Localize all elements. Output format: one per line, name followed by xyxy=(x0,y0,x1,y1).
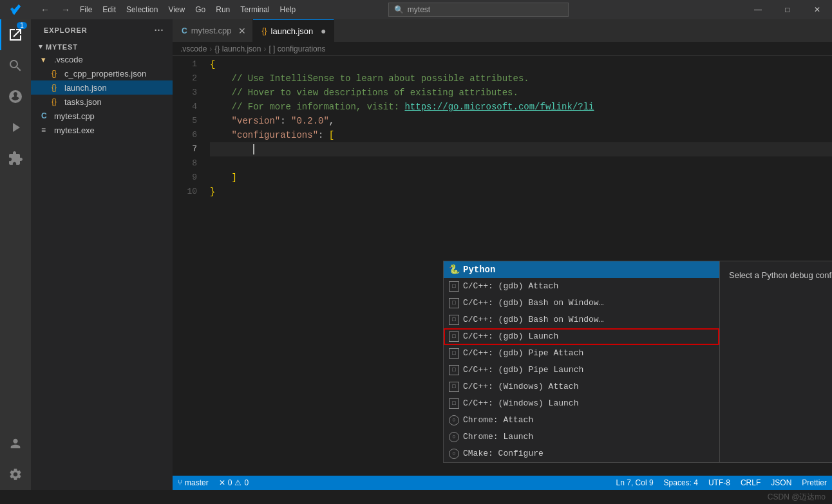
menu-go[interactable]: Go xyxy=(190,0,211,19)
url: https://go.microsoft.com/fwlink/?li xyxy=(404,100,594,114)
autocomplete-item-cmake[interactable]: ○ CMake: Configure xyxy=(444,445,719,462)
title-bar-controls: — □ ✕ xyxy=(743,0,832,19)
app-logo xyxy=(0,3,31,16)
autocomplete-container: 🐍 Python □ C/C++: (gdb) Attach □ C/C++: … xyxy=(443,261,832,463)
status-errors[interactable]: ✕ 0 ⚠ 0 xyxy=(214,476,254,490)
status-line-col[interactable]: Ln 7, Col 9 xyxy=(611,476,659,490)
breadcrumb-launch[interactable]: {} launch.json xyxy=(214,44,261,53)
menu-view[interactable]: View xyxy=(163,0,190,19)
status-branch[interactable]: ⑂ master xyxy=(173,476,214,490)
tab-close-button[interactable]: ✕ xyxy=(237,26,247,36)
tree-label: .vscode xyxy=(54,55,83,64)
sidebar-more-button[interactable]: ··· xyxy=(153,24,165,36)
python-icon: 🐍 xyxy=(449,265,459,275)
maximize-button[interactable]: □ xyxy=(773,0,802,19)
status-encoding[interactable]: UTF-8 xyxy=(703,476,735,490)
tab-close-button[interactable]: ● xyxy=(318,26,328,36)
circle-icon: ○ xyxy=(449,449,459,459)
title-bar-search[interactable]: 🔍 mytest xyxy=(388,3,569,17)
square-icon: □ xyxy=(449,331,459,342)
menu-help[interactable]: Help xyxy=(275,0,301,19)
editor-container: C mytest.cpp ✕ {} launch.json ● .vscode … xyxy=(173,19,832,490)
key: "configurations" xyxy=(232,128,318,142)
section-chevron-icon: ▾ xyxy=(39,42,43,51)
autocomplete-label: C/C++: (gdb) Attach xyxy=(463,279,714,294)
status-eol[interactable]: CRLF xyxy=(735,476,766,490)
autocomplete-item-windows-attach[interactable]: □ C/C++: (Windows) Attach xyxy=(444,378,719,395)
status-eol-label: CRLF xyxy=(741,478,761,487)
autocomplete-item-gdb-pipe-launch[interactable]: □ C/C++: (gdb) Pipe Launch xyxy=(444,362,719,378)
indent xyxy=(210,114,232,128)
brace: { xyxy=(210,57,215,71)
section-label: MYTEST xyxy=(46,43,78,51)
activity-explorer[interactable]: 1 xyxy=(0,19,31,50)
breadcrumb-configurations[interactable]: [ ] configurations xyxy=(269,44,325,53)
menu-selection[interactable]: Selection xyxy=(121,0,163,19)
autocomplete-item-gdb-bash-1[interactable]: □ C/C++: (gdb) Bash on Window… xyxy=(444,295,719,312)
minimize-button[interactable]: — xyxy=(743,0,773,19)
tab-label: launch.json xyxy=(271,26,314,36)
tree-item-mytest-cpp[interactable]: C mytest.cpp xyxy=(31,109,173,123)
sidebar-header: Explorer ··· xyxy=(31,19,173,39)
tab-mytest-cpp[interactable]: C mytest.cpp ✕ xyxy=(173,19,253,42)
brace: } xyxy=(210,185,215,199)
activity-extensions[interactable] xyxy=(0,143,31,174)
status-formatter-label: Prettier xyxy=(802,478,827,487)
menu-edit[interactable]: Edit xyxy=(97,0,121,19)
code-indent xyxy=(210,142,253,156)
sidebar-section-mytest[interactable]: ▾ MYTEST xyxy=(31,39,173,52)
activity-run[interactable] xyxy=(0,112,31,143)
menu-file[interactable]: File xyxy=(75,0,97,19)
autocomplete-item-gdb-attach[interactable]: □ C/C++: (gdb) Attach xyxy=(444,278,719,295)
autocomplete-item-python[interactable]: 🐍 Python xyxy=(444,261,719,278)
colon: : xyxy=(318,128,329,142)
menu-run[interactable]: Run xyxy=(211,0,235,19)
breadcrumb-vscode[interactable]: .vscode xyxy=(180,44,207,53)
title-bar-menus: File Edit Selection View Go Run Terminal… xyxy=(75,0,301,19)
sidebar-title: Explorer xyxy=(44,26,88,34)
sidebar-header-actions: ··· xyxy=(153,24,165,36)
tree-item-c-cpp-properties[interactable]: {} c_cpp_properties.json xyxy=(31,66,173,80)
bracket: ] xyxy=(232,171,237,185)
code-line-9: ] xyxy=(210,171,832,185)
tree-item-mytest-exe[interactable]: ≡ mytest.exe xyxy=(31,123,173,137)
tree-label: c_cpp_properties.json xyxy=(64,69,146,79)
editor-content[interactable]: 1 2 3 4 5 6 7 8 9 10 { // Use IntelliSen… xyxy=(173,56,832,476)
autocomplete-item-windows-launch[interactable]: □ C/C++: (Windows) Launch xyxy=(444,395,719,412)
tree-item-tasks-json[interactable]: {} tasks.json xyxy=(31,95,173,109)
status-language[interactable]: JSON xyxy=(766,476,797,490)
exe-icon: ≡ xyxy=(41,126,54,135)
activity-settings[interactable] xyxy=(0,459,31,490)
menu-terminal[interactable]: Terminal xyxy=(235,0,274,19)
tree-item-vscode[interactable]: ▾ .vscode xyxy=(31,52,173,66)
close-button[interactable]: ✕ xyxy=(802,0,832,19)
tab-launch-json[interactable]: {} launch.json ● xyxy=(253,19,335,42)
tree-label: tasks.json xyxy=(64,97,102,107)
autocomplete-item-chrome-attach[interactable]: ○ Chrome: Attach xyxy=(444,412,719,429)
autocomplete-item-gdb-pipe-attach[interactable]: □ C/C++: (gdb) Pipe Attach xyxy=(444,345,719,362)
info-panel-text: Select a Python debug configuration xyxy=(729,269,832,282)
title-bar: ← → File Edit Selection View Go Run Term… xyxy=(0,0,832,19)
activity-search[interactable] xyxy=(0,50,31,81)
status-spaces[interactable]: Spaces: 4 xyxy=(659,476,703,490)
nav-back-button[interactable]: ← xyxy=(36,1,54,19)
activity-account[interactable] xyxy=(0,428,31,459)
autocomplete-label: C/C++: (gdb) Pipe Attach xyxy=(463,346,714,360)
comma: , xyxy=(329,114,334,128)
autocomplete-item-gdb-bash-2[interactable]: □ C/C++: (gdb) Bash on Window… xyxy=(444,312,719,328)
nav-forward-button[interactable]: → xyxy=(57,1,75,19)
square-icon: □ xyxy=(449,382,459,392)
code-line-3: // Hover to view descriptions of existin… xyxy=(210,86,832,100)
autocomplete-label: C/C++: (gdb) Pipe Launch xyxy=(463,363,714,377)
status-encoding-label: UTF-8 xyxy=(708,478,730,487)
autocomplete-item-gdb-launch[interactable]: □ C/C++: (gdb) Launch xyxy=(444,328,719,345)
activity-git[interactable] xyxy=(0,81,31,112)
autocomplete-label: C/C++: (gdb) Bash on Window… xyxy=(463,313,714,327)
autocomplete-item-chrome-launch[interactable]: ○ Chrome: Launch xyxy=(444,429,719,445)
cursor xyxy=(253,144,254,154)
tree-item-launch-json[interactable]: {} launch.json xyxy=(31,80,173,95)
circle-icon: ○ xyxy=(449,432,459,442)
status-formatter[interactable]: Prettier xyxy=(797,476,832,490)
info-panel: ✕ Select a Python debug configuration xyxy=(720,261,832,463)
bottom-bar: CSDN @迈达mo xyxy=(0,490,832,504)
